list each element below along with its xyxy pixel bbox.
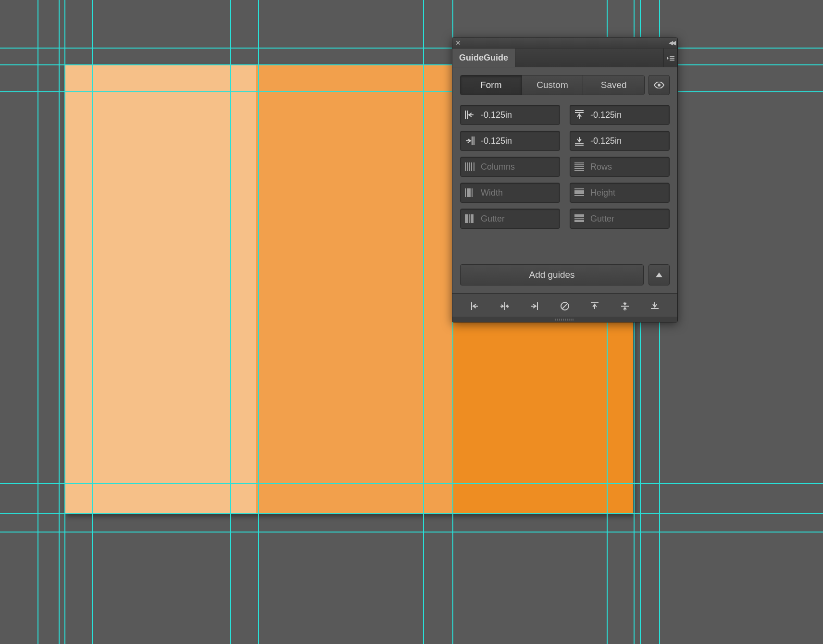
triangle-up-icon [656,272,662,277]
svg-rect-1 [670,56,674,57]
rows-placeholder: Rows [588,162,612,172]
width-icon [461,188,479,197]
guide-right-button[interactable] [528,299,542,313]
margin-top-field[interactable]: -0.125in [570,105,670,125]
gutter-v-placeholder: Gutter [479,214,505,224]
guide-horizontal[interactable] [0,483,823,484]
svg-rect-33 [574,218,584,219]
svg-rect-20 [574,166,584,167]
margin-top-value: -0.125in [588,110,622,120]
panel-body: Form Custom Saved -0.125in [452,67,677,293]
svg-rect-13 [465,162,466,171]
svg-rect-24 [467,188,471,197]
svg-rect-43 [651,308,659,309]
panel-titlebar: GuideGuide [452,49,677,67]
svg-rect-31 [471,214,474,223]
svg-rect-2 [670,58,674,59]
panel-title-tab[interactable]: GuideGuide [452,49,515,67]
guide-vcenter-button[interactable] [618,299,632,313]
gutter-h-field[interactable]: Gutter [570,209,670,229]
svg-rect-38 [537,302,538,310]
menu-icon [667,55,674,61]
width-placeholder: Width [479,188,503,198]
artboard-column [64,65,256,514]
visibility-toggle[interactable] [648,75,670,95]
svg-rect-36 [471,302,472,310]
close-icon[interactable]: ✕ [455,39,461,46]
artboard-column [256,65,452,514]
guide-vertical[interactable] [230,0,231,644]
tabs-row: Form Custom Saved [460,75,670,95]
svg-point-4 [658,84,661,87]
panel-titlebar-spacer [515,49,663,67]
svg-rect-17 [474,162,474,171]
quick-guides-toolbar [452,293,677,317]
guide-vertical[interactable] [258,0,259,644]
height-field[interactable]: Height [570,183,670,203]
panel-window-bar[interactable]: ✕ ◀◀ [452,37,677,49]
svg-rect-29 [465,214,468,223]
gutter-v-icon [461,214,479,223]
expand-button[interactable] [648,264,670,285]
eye-icon [654,82,664,88]
guide-horizontal[interactable] [0,91,823,92]
columns-field[interactable]: Columns [460,157,560,177]
svg-rect-30 [469,214,470,223]
guide-vertical[interactable] [423,0,424,644]
collapse-icon[interactable]: ◀◀ [669,39,674,46]
guide-vertical[interactable] [37,0,38,644]
guide-horizontal[interactable] [0,48,823,49]
margin-left-value: -0.125in [479,110,512,120]
tabs: Form Custom Saved [460,75,645,95]
width-field[interactable]: Width [460,183,560,203]
guide-horizontal[interactable] [0,64,823,65]
svg-rect-23 [465,188,466,197]
guide-bottom-button[interactable] [648,299,661,313]
guide-left-button[interactable] [468,299,482,313]
margin-bottom-icon [570,136,588,146]
height-placeholder: Height [588,188,615,198]
tab-saved[interactable]: Saved [583,75,644,95]
guide-hcenter-button[interactable] [498,299,511,313]
rows-icon [570,162,588,171]
svg-line-40 [562,303,568,309]
svg-rect-19 [574,164,584,165]
svg-marker-35 [656,272,662,277]
guide-vertical[interactable] [92,0,93,644]
tab-form[interactable]: Form [461,75,522,95]
svg-rect-3 [670,60,674,61]
height-icon [570,188,588,197]
guide-vertical[interactable] [59,0,60,644]
margin-bottom-field[interactable]: -0.125in [570,131,670,151]
svg-rect-15 [469,162,470,171]
margin-right-field[interactable]: -0.125in [460,131,560,151]
guide-top-button[interactable] [588,299,601,313]
svg-rect-8 [575,112,584,113]
clear-guides-button[interactable] [558,299,572,313]
guideguide-panel: ✕ ◀◀ GuideGuide Form Custom [452,37,678,322]
margin-left-icon [461,111,479,119]
svg-rect-25 [472,188,473,197]
svg-rect-22 [574,170,584,171]
svg-rect-10 [474,136,474,145]
tab-custom[interactable]: Custom [522,75,584,95]
actions-row: Add guides [460,258,670,285]
guide-vertical[interactable] [64,0,65,644]
panel-resize-grip[interactable] [452,317,677,322]
svg-rect-26 [574,188,584,189]
panel-menu-button[interactable] [663,49,677,67]
canvas: ✕ ◀◀ GuideGuide Form Custom [0,0,823,644]
svg-rect-32 [574,214,584,217]
guide-horizontal[interactable] [0,532,823,533]
add-guides-button[interactable]: Add guides [460,264,644,285]
svg-rect-9 [472,136,473,145]
gutter-v-field[interactable]: Gutter [460,209,560,229]
margin-left-field[interactable]: -0.125in [460,105,560,125]
svg-rect-5 [465,111,466,119]
svg-rect-18 [574,162,584,163]
rows-field[interactable]: Rows [570,157,670,177]
guide-horizontal[interactable] [0,513,823,514]
gutter-h-icon [570,214,588,223]
svg-rect-41 [591,302,599,303]
columns-placeholder: Columns [479,162,515,172]
